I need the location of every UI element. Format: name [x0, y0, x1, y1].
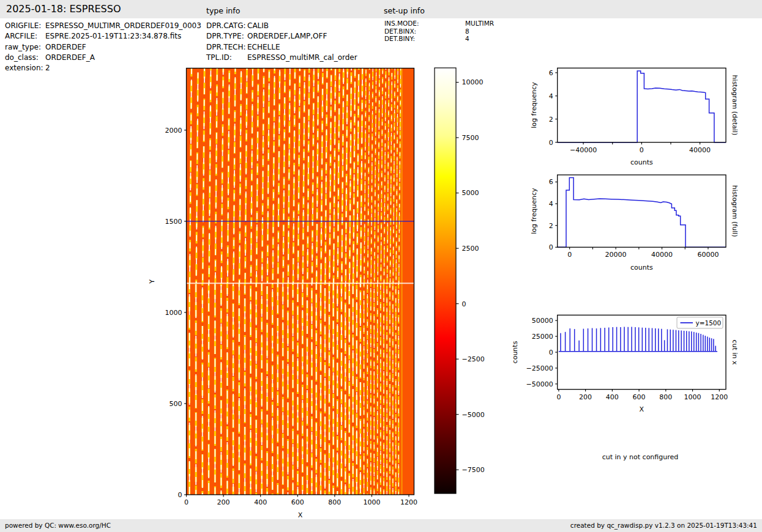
histogram-detail-plot: −400000400000246countslog frequencyhisto…	[530, 68, 739, 166]
y-axis-label: counts	[511, 341, 519, 363]
raw-image-plot: 0200400600800100012000500100015002000XY	[148, 68, 417, 520]
histogram-full-plot: 02000040000600000246countslog frequencyh…	[530, 175, 739, 272]
tick-label: 1000	[684, 393, 701, 401]
tick-label: 50000	[532, 317, 553, 325]
tick-label: 0	[549, 139, 553, 147]
tick-label: −2500	[462, 355, 485, 363]
tick-label: 20000	[605, 251, 627, 259]
tick-label: 1500	[165, 218, 182, 226]
tick-label: 2500	[462, 245, 479, 253]
histogram-line	[558, 71, 726, 142]
tick-label: 0	[549, 349, 553, 357]
tick-label: 1000	[165, 309, 182, 317]
y-axis-label: log frequency	[530, 188, 538, 234]
axis-frame	[558, 68, 726, 142]
plots-canvas: 0200400600800100012000500100015002000XY1…	[0, 0, 762, 532]
tick-label: 1200	[711, 393, 728, 401]
tick-label: 2000	[165, 127, 182, 135]
tick-label: 1000	[363, 498, 380, 506]
tick-label: 4	[549, 200, 553, 208]
colorbar-swatch	[435, 68, 456, 493]
x-axis-label: X	[640, 405, 644, 413]
tick-label: 400	[254, 498, 267, 506]
tick-label: 40000	[651, 251, 673, 259]
cut-in-x-plot: 02004006008001000120050000250000−25000−5…	[511, 315, 739, 413]
tick-label: 0	[549, 243, 553, 251]
y-axis-label: Y	[148, 279, 156, 284]
tick-label: 7500	[462, 134, 479, 142]
tick-label: −5000	[462, 411, 485, 419]
tick-label: 1200	[400, 498, 417, 506]
tick-label: −7500	[462, 466, 485, 474]
tick-label: 0	[640, 146, 644, 154]
cut-in-y-note: cut in y not configured	[602, 453, 679, 461]
right-axis-label: histogram (detail)	[731, 75, 739, 136]
colorbar: 100007500500025000−2500−5000−7500	[435, 68, 485, 493]
x-axis-label: counts	[630, 264, 653, 272]
right-axis-label: histogram (full)	[731, 185, 739, 237]
tick-label: −50000	[526, 380, 553, 388]
tick-label: 500	[170, 400, 182, 408]
axis-frame	[558, 175, 726, 247]
raw-image	[187, 68, 414, 495]
tick-label: 60000	[697, 251, 719, 259]
footer-right: created by qc_rawdisp.py v1.2.3 on 2025-…	[570, 522, 757, 529]
tick-label: 800	[328, 498, 341, 506]
tick-label: 25000	[532, 333, 553, 341]
tick-label: −40000	[570, 146, 597, 154]
tick-label: 2	[549, 222, 553, 230]
tick-label: 5000	[462, 189, 479, 197]
tick-label: 0	[567, 251, 572, 259]
tick-label: 4	[549, 92, 553, 100]
tick-label: 800	[659, 393, 672, 401]
x-axis-label: counts	[630, 158, 653, 166]
tick-label: 0	[462, 300, 466, 308]
tick-label: 600	[633, 393, 646, 401]
tick-label: 6	[549, 178, 553, 186]
tick-label: 0	[178, 491, 182, 499]
footer-left: powered by QC: www.eso.org/HC	[5, 522, 111, 529]
histogram-line	[558, 177, 726, 247]
tick-label: −25000	[526, 364, 553, 372]
tick-label: 600	[291, 498, 304, 506]
legend-label: y=1500	[696, 319, 722, 327]
x-axis-label: X	[298, 511, 303, 519]
right-axis-label: cut in x	[731, 340, 739, 365]
legend: y=1500	[677, 317, 723, 329]
tick-label: 6	[549, 69, 553, 77]
tick-label: 200	[217, 498, 230, 506]
tick-label: 200	[579, 393, 592, 401]
y-axis-label: log frequency	[530, 82, 538, 128]
tick-label: 0	[556, 393, 561, 401]
tick-label: 400	[606, 393, 619, 401]
qc-report-page: 2025-01-18: ESPRESSO type info set-up in…	[0, 0, 762, 532]
tick-label: 0	[184, 498, 189, 506]
tick-label: 2	[549, 116, 553, 124]
tick-label: 40000	[689, 146, 711, 154]
tick-label: 10000	[462, 78, 484, 86]
